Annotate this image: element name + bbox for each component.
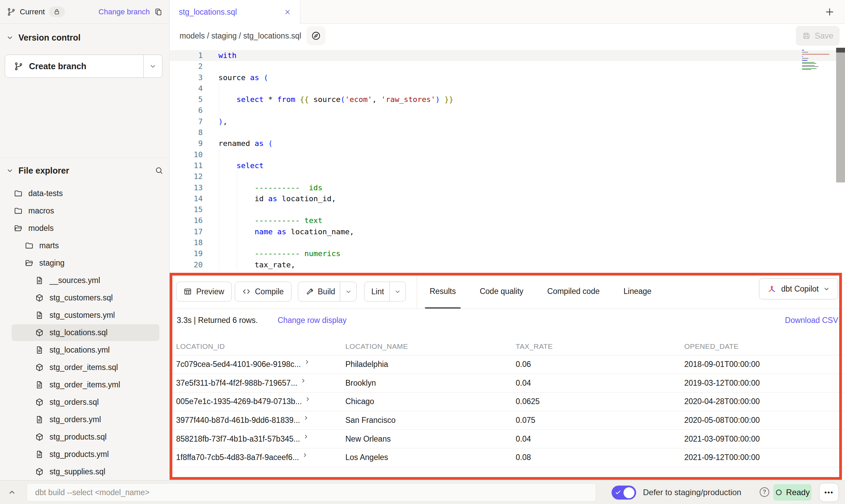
file-tree-item-data-tests[interactable]: data-tests [0,185,170,202]
file-tree-item-stg-customers-yml[interactable]: stg_customers.yml [0,307,170,324]
scrollbar-thumb[interactable] [836,48,845,53]
column-header-location_id: LOCATION_ID [176,338,225,355]
cell: 1f8ffa70-7cb5-4d83-8a7f-9aceef6... [176,448,307,467]
download-csv-link[interactable]: Download CSV [785,316,838,325]
file-tree-item-stg-locations-sql[interactable]: stg_locations.sql [0,324,170,341]
file-name: stg_customers.yml [49,311,115,320]
document-icon [35,345,44,355]
git-branch-icon [14,62,23,71]
save-icon [802,31,811,40]
line-number: 13 [170,182,203,193]
table-row-3: 005e7e1c-1935-4269-b479-0713b...Chicago0… [170,392,845,411]
chevron-up-icon[interactable] [5,486,19,499]
tab-stg-locations-sql[interactable]: stg_locations.sql [170,0,300,24]
cell: San Francisco [345,411,396,430]
lint-dropdown[interactable] [390,288,405,295]
tab-code-quality[interactable]: Code quality [475,274,528,309]
dbt-copilot-button[interactable]: dbt Copilot [759,278,838,299]
file-name: __sources.yml [49,276,100,285]
change-branch-link[interactable]: Change branch [99,8,150,16]
close-icon[interactable] [284,9,291,16]
breadcrumb: models / staging / stg_locations.sql [180,24,301,48]
file-tree-item-marts[interactable]: marts [0,237,170,254]
create-branch-button[interactable]: Create branch [5,55,162,78]
chevron-right-icon[interactable] [302,453,307,458]
chevron-right-icon[interactable] [305,397,310,402]
tab-lineage[interactable]: Lineage [619,274,656,309]
save-button[interactable]: Save [796,26,840,46]
code-line-11: 11 select [170,160,845,171]
file-tree-item-stg-locations-yml[interactable]: stg_locations.yml [0,341,170,359]
file-tree-item-stg-orders-yml[interactable]: stg_orders.yml [0,411,170,428]
line-number: 9 [170,138,203,149]
code-text: source as ( [218,72,268,83]
build-dropdown[interactable] [340,288,356,295]
help-icon[interactable]: ? [760,487,769,497]
copy-icon[interactable] [154,8,163,16]
more-options-button[interactable]: ••• [819,483,839,502]
file-tree-item-stg-customers-sql[interactable]: stg_customers.sql [0,289,170,307]
minimap-line [802,51,831,51]
table-row-6: 1f8ffa70-7cb5-4d83-8a7f-9aceef6...Los An… [170,448,845,467]
line-number: 18 [170,237,203,248]
code-line-12: 12 [170,171,845,182]
preview-button[interactable]: Preview [176,282,232,301]
file-tree-item--sources-yml[interactable]: __sources.yml [0,272,170,289]
chevron-right-icon[interactable] [303,415,309,420]
minimap-line [802,55,831,56]
chevron-right-icon[interactable] [303,434,309,439]
file-tree-item-stg-orders-sql[interactable]: stg_orders.sql [0,394,170,411]
minimap-line [802,62,815,63]
compile-button[interactable]: Compile [235,282,291,301]
file-tree-item-stg-products-sql[interactable]: stg_products.sql [0,428,170,446]
chevron-right-icon[interactable] [301,378,306,383]
cell: 2019-03-12T00:00:00 [684,374,760,392]
file-name: macros [28,206,54,216]
code-line-5: 5 select * from {{ source('ecom', 'raw_s… [170,94,845,105]
table-row-2: 37e5f311-b7f4-4f2f-988b-719657...Brookly… [170,374,845,393]
code-line-3: 3source as ( [170,72,845,83]
file-tree-item-stg-order-items-yml[interactable]: stg_order_items.yml [0,376,170,394]
chevron-right-icon[interactable] [304,359,310,365]
create-branch-main[interactable]: Create branch [5,55,143,77]
code-editor[interactable]: 1with23source as (45 select * from {{ so… [170,48,845,274]
file-tree-item-stg-products-yml[interactable]: stg_products.yml [0,446,170,463]
column-header-opened_date: OPENED_DATE [684,338,739,355]
line-number: 6 [170,105,203,116]
create-branch-dropdown[interactable] [143,55,162,77]
file-name: marts [39,241,59,250]
file-tree-item-macros[interactable]: macros [0,202,170,220]
lint-button[interactable]: Lint [364,282,406,301]
code-line-2: 2 [170,61,845,72]
cell: Los Angeles [345,448,388,467]
command-input[interactable] [27,483,596,502]
file-tree-item-stg-order-items-sql[interactable]: stg_order_items.sql [0,359,170,376]
line-number: 8 [170,127,203,138]
file-explorer-section-header[interactable]: File explorer [6,162,163,179]
open-docs-button[interactable] [306,26,326,45]
file-tree-item-models[interactable]: models [0,220,170,237]
results-panel: Preview Compile Build Lint ResultsCode q… [170,274,845,480]
column-header-location_name: LOCATION_NAME [345,338,408,355]
file-tree-item-staging[interactable]: staging [0,254,170,272]
file-name: stg_customers.sql [49,293,113,302]
minimap-line [802,59,831,60]
tab-results[interactable]: Results [425,274,461,309]
status-bar: Defer to staging/production ? Ready ••• [0,480,845,504]
tab-compiled-code[interactable]: Compiled code [543,274,604,309]
search-icon[interactable] [155,166,163,175]
new-tab-button[interactable] [823,5,836,18]
change-row-display-link[interactable]: Change row display [277,316,346,325]
code-line-1: 1with [170,50,845,61]
code-line-7: 7), [170,116,845,127]
build-button[interactable]: Build [298,282,357,301]
editor-scrollbar[interactable] [836,48,845,182]
defer-toggle[interactable] [612,486,636,500]
version-control-section-header[interactable]: Version control [6,29,81,46]
editor-minimap[interactable] [802,50,831,68]
file-tree-item-stg-supplies-sql[interactable]: stg_supplies.sql [0,463,170,480]
code-line-18: 18 [170,237,845,248]
code-line-16: 16 ---------- text [170,215,845,226]
line-number: 3 [170,72,203,83]
line-number: 5 [170,94,203,105]
